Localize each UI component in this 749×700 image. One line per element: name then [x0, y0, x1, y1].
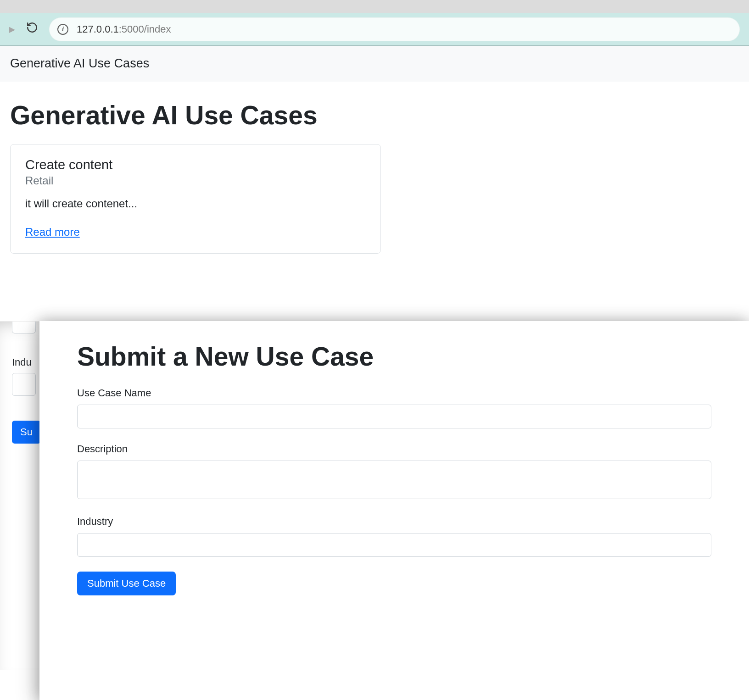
- background-industry-label: Indu: [12, 356, 32, 368]
- form-group-name: Use Case Name: [77, 387, 711, 428]
- industry-input[interactable]: [77, 533, 711, 557]
- use-case-card: Create content Retail it will create con…: [10, 144, 381, 254]
- read-more-link[interactable]: Read more: [25, 226, 80, 238]
- reload-icon[interactable]: [26, 22, 38, 37]
- navbar-brand[interactable]: Generative AI Use Cases: [10, 56, 149, 71]
- industry-label: Industry: [77, 516, 711, 528]
- background-input-fragment: [12, 373, 36, 396]
- browser-toolbar: ▸ i 127.0.0.1:5000/index: [0, 13, 749, 46]
- background-submit-button[interactable]: Su: [12, 421, 41, 444]
- name-label: Use Case Name: [77, 387, 711, 399]
- url-text: 127.0.0.1:5000/index: [77, 23, 171, 35]
- card-text: it will create contenet...: [25, 197, 366, 210]
- description-label: Description: [77, 443, 711, 455]
- back-arrow-icon[interactable]: ▸: [9, 22, 15, 36]
- url-host: 127.0.0.1: [77, 23, 119, 35]
- modal-title: Submit a New Use Case: [77, 341, 711, 372]
- form-group-industry: Industry: [77, 516, 711, 557]
- page-content: Generative AI Use Cases Create content R…: [0, 82, 749, 264]
- card-title: Create content: [25, 157, 366, 172]
- submit-use-case-button[interactable]: Submit Use Case: [77, 572, 176, 595]
- address-bar[interactable]: i 127.0.0.1:5000/index: [49, 17, 740, 41]
- submit-use-case-panel: Submit a New Use Case Use Case Name Desc…: [39, 321, 749, 700]
- name-input[interactable]: [77, 405, 711, 428]
- background-input-fragment-top: [12, 322, 36, 333]
- description-input[interactable]: [77, 461, 711, 499]
- card-subtitle: Retail: [25, 174, 366, 187]
- form-group-description: Description: [77, 443, 711, 501]
- site-info-icon[interactable]: i: [57, 24, 68, 35]
- page-title: Generative AI Use Cases: [10, 100, 739, 130]
- app-navbar: Generative AI Use Cases: [0, 46, 749, 82]
- browser-tab-strip: [0, 0, 749, 13]
- url-path: :5000/index: [119, 23, 171, 35]
